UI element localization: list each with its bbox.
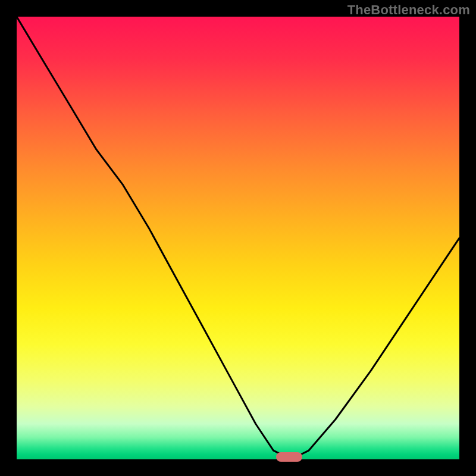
optimal-marker [276, 452, 302, 462]
chart-frame: TheBottleneck.com [0, 0, 476, 476]
curve-path [17, 17, 459, 459]
bottleneck-curve [17, 17, 459, 459]
watermark-text: TheBottleneck.com [347, 2, 470, 18]
chart-plot-area [17, 17, 459, 459]
